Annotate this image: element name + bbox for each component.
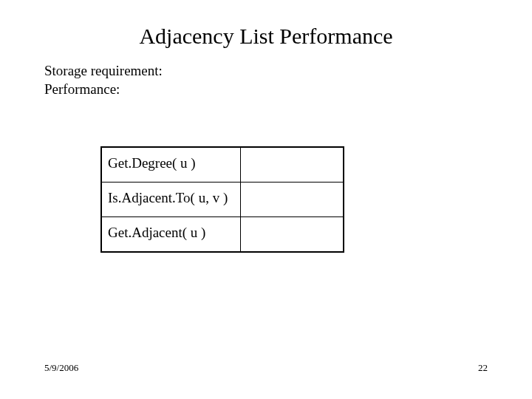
value-cell <box>240 147 344 183</box>
operation-cell: Is.Adjacent.To( u, v ) <box>101 183 240 217</box>
operation-cell: Get.Adjacent( u ) <box>101 217 240 253</box>
table-row: Get.Adjacent( u ) <box>101 217 344 253</box>
footer-date: 5/9/2006 <box>44 362 78 374</box>
footer-page-number: 22 <box>478 362 488 374</box>
table-row: Get.Degree( u ) <box>101 147 344 183</box>
performance-table: Get.Degree( u ) Is.Adjacent.To( u, v ) G… <box>100 146 344 253</box>
slide-title: Adjacency List Performance <box>0 24 532 49</box>
value-cell <box>240 183 344 217</box>
value-cell <box>240 217 344 253</box>
performance-label: Performance: <box>44 81 163 99</box>
slide-body: Storage requirement: Performance: <box>44 62 163 98</box>
table-row: Is.Adjacent.To( u, v ) <box>101 183 344 217</box>
operation-cell: Get.Degree( u ) <box>101 147 240 183</box>
storage-requirement-label: Storage requirement: <box>44 62 163 81</box>
slide: Adjacency List Performance Storage requi… <box>0 0 532 399</box>
